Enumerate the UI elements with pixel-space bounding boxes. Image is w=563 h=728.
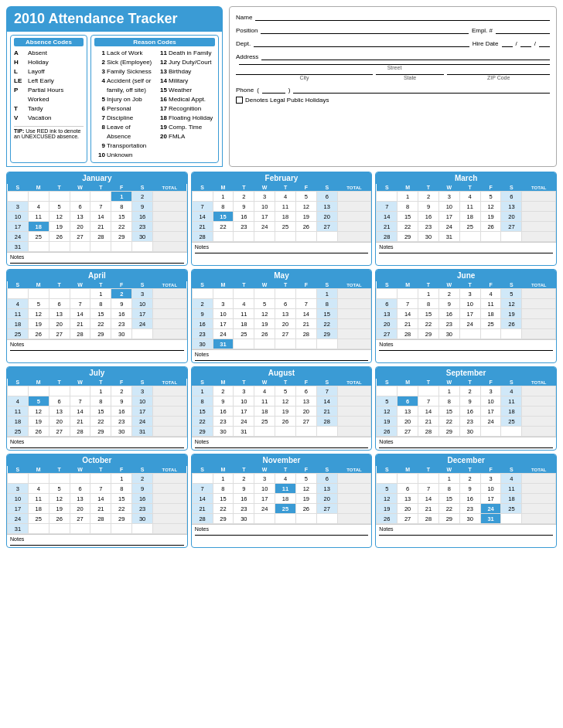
calendar-day-cell[interactable]: 7 [192, 484, 213, 494]
calendar-day-cell[interactable]: 12 [295, 202, 316, 212]
calendar-day-cell[interactable]: 16 [459, 407, 480, 417]
calendar-day-cell[interactable]: 23 [132, 222, 153, 232]
calendar-day-cell[interactable]: 6 [316, 474, 337, 484]
calendar-day-cell[interactable]: 15 [192, 407, 213, 417]
calendar-day-cell[interactable]: 26 [295, 222, 316, 232]
calendar-day-cell[interactable] [8, 192, 29, 202]
calendar-day-cell[interactable]: 2 [418, 192, 439, 202]
calendar-day-cell[interactable] [132, 329, 153, 339]
calendar-day-cell[interactable]: 22 [111, 504, 132, 514]
calendar-day-cell[interactable]: 2 [234, 474, 254, 484]
calendar-day-cell[interactable]: 14 [418, 407, 439, 417]
calendar-day-cell[interactable]: 13 [398, 407, 418, 417]
calendar-day-cell[interactable]: 19 [28, 417, 49, 427]
calendar-day-cell[interactable]: 18 [275, 212, 296, 222]
calendar-day-cell[interactable]: 5 [377, 484, 398, 494]
calendar-day-cell[interactable]: 15 [90, 407, 111, 417]
calendar-day-cell[interactable]: 14 [295, 309, 316, 319]
calendar-day-cell[interactable] [316, 339, 337, 349]
calendar-day-cell[interactable]: 2 [192, 299, 213, 309]
calendar-day-cell[interactable]: 6 [49, 396, 70, 407]
calendar-day-cell[interactable]: 2 [132, 192, 153, 202]
calendar-day-cell[interactable]: 25 [28, 514, 49, 524]
calendar-day-cell[interactable]: 29 [90, 427, 111, 437]
calendar-day-cell[interactable] [70, 192, 90, 202]
calendar-day-cell[interactable]: 20 [316, 494, 337, 504]
calendar-day-cell[interactable]: 19 [480, 212, 501, 222]
calendar-day-cell[interactable]: 10 [132, 396, 153, 407]
calendar-day-cell[interactable] [254, 427, 275, 437]
calendar-day-cell[interactable]: 21 [418, 504, 439, 514]
calendar-day-cell[interactable]: 29 [316, 329, 337, 339]
calendar-day-cell[interactable]: 24 [213, 329, 234, 339]
calendar-day-cell[interactable] [90, 192, 111, 202]
calendar-day-cell[interactable]: 6 [70, 484, 90, 494]
calendar-day-cell[interactable]: 24 [438, 222, 459, 232]
calendar-day-cell[interactable] [480, 232, 501, 242]
calendar-day-cell[interactable]: 21 [70, 319, 90, 329]
calendar-day-cell[interactable]: 15 [316, 309, 337, 319]
calendar-day-cell[interactable]: 23 [438, 319, 459, 329]
calendar-day-cell[interactable]: 18 [234, 319, 254, 329]
calendar-day-cell[interactable]: 12 [377, 407, 398, 417]
calendar-day-cell[interactable]: 5 [480, 192, 501, 202]
calendar-day-cell[interactable]: 13 [70, 212, 90, 222]
calendar-day-cell[interactable]: 13 [501, 202, 522, 212]
calendar-day-cell[interactable] [316, 427, 337, 437]
calendar-day-cell[interactable]: 3 [8, 202, 29, 212]
calendar-day-cell[interactable] [377, 386, 398, 396]
calendar-day-cell[interactable] [70, 386, 90, 396]
calendar-day-cell[interactable]: 20 [49, 417, 70, 427]
calendar-day-cell[interactable]: 5 [28, 396, 49, 407]
calendar-day-cell[interactable]: 7 [398, 299, 418, 309]
calendar-day-cell[interactable]: 9 [234, 484, 254, 494]
calendar-day-cell[interactable]: 28 [418, 514, 439, 524]
calendar-day-cell[interactable]: 26 [275, 417, 296, 427]
calendar-day-cell[interactable]: 21 [70, 417, 90, 427]
calendar-day-cell[interactable] [275, 427, 296, 437]
calendar-day-cell[interactable]: 22 [213, 222, 234, 232]
calendar-day-cell[interactable]: 20 [501, 212, 522, 222]
calendar-day-cell[interactable]: 19 [377, 417, 398, 427]
calendar-day-cell[interactable]: 25 [459, 222, 480, 232]
calendar-day-cell[interactable]: 22 [438, 504, 459, 514]
calendar-day-cell[interactable]: 19 [275, 407, 296, 417]
calendar-day-cell[interactable]: 5 [28, 299, 49, 309]
calendar-day-cell[interactable]: 1 [111, 192, 132, 202]
calendar-day-cell[interactable]: 20 [398, 504, 418, 514]
calendar-day-cell[interactable]: 22 [90, 319, 111, 329]
calendar-day-cell[interactable] [480, 329, 501, 339]
calendar-day-cell[interactable]: 29 [111, 232, 132, 242]
calendar-day-cell[interactable]: 27 [501, 222, 522, 232]
calendar-day-cell[interactable]: 7 [192, 202, 213, 212]
calendar-day-cell[interactable]: 1 [213, 192, 234, 202]
calendar-day-cell[interactable] [111, 524, 132, 534]
calendar-day-cell[interactable]: 15 [111, 212, 132, 222]
calendar-day-cell[interactable] [49, 386, 70, 396]
calendar-day-cell[interactable]: 17 [254, 212, 275, 222]
calendar-day-cell[interactable]: 6 [398, 484, 418, 494]
calendar-day-cell[interactable]: 3 [132, 386, 153, 396]
calendar-day-cell[interactable]: 1 [438, 386, 459, 396]
calendar-day-cell[interactable]: 9 [438, 299, 459, 309]
calendar-day-cell[interactable]: 13 [49, 407, 70, 417]
calendar-day-cell[interactable]: 27 [275, 329, 296, 339]
calendar-day-cell[interactable]: 10 [132, 299, 153, 309]
calendar-day-cell[interactable]: 11 [501, 484, 522, 494]
calendar-day-cell[interactable]: 24 [132, 417, 153, 427]
calendar-day-cell[interactable]: 1 [213, 474, 234, 484]
calendar-day-cell[interactable]: 30 [459, 514, 480, 524]
calendar-day-cell[interactable]: 22 [316, 319, 337, 329]
calendar-day-cell[interactable]: 15 [418, 309, 439, 319]
calendar-day-cell[interactable]: 28 [192, 514, 213, 524]
calendar-day-cell[interactable]: 6 [398, 396, 418, 407]
calendar-day-cell[interactable]: 16 [234, 494, 254, 504]
calendar-day-cell[interactable]: 6 [49, 299, 70, 309]
calendar-day-cell[interactable]: 24 [254, 222, 275, 232]
calendar-day-cell[interactable]: 17 [132, 407, 153, 417]
calendar-day-cell[interactable]: 18 [28, 222, 49, 232]
calendar-day-cell[interactable]: 30 [418, 232, 439, 242]
calendar-day-cell[interactable]: 8 [90, 396, 111, 407]
calendar-day-cell[interactable]: 13 [49, 309, 70, 319]
calendar-day-cell[interactable]: 6 [295, 386, 316, 396]
